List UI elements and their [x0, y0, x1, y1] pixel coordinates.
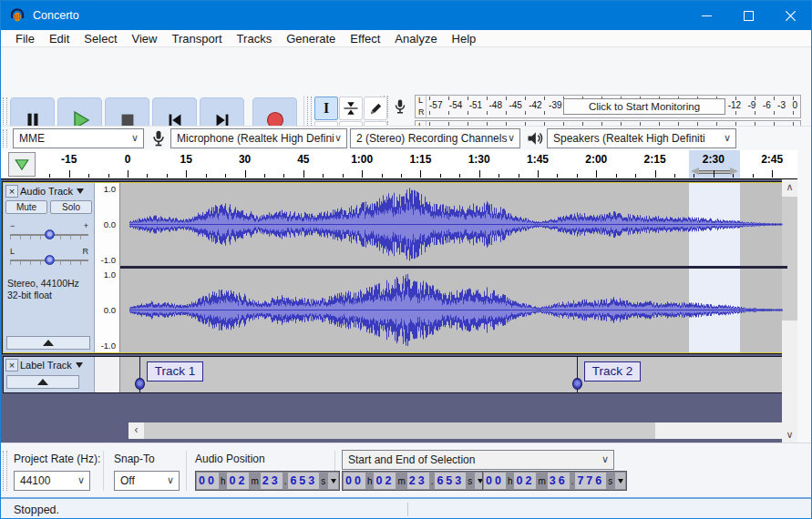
selection-range-mode-select[interactable]: Start and End of Selection	[342, 450, 614, 470]
pinned-play-head-button[interactable]	[8, 152, 36, 177]
meter-scale-number: -48	[489, 100, 502, 111]
label-text-box[interactable]: Track 1	[147, 361, 204, 382]
meter-scale-number: -42	[529, 100, 541, 111]
envelope-tool-button[interactable]	[339, 97, 363, 120]
menu-effect[interactable]: Effect	[343, 30, 387, 47]
pan-right-label: R	[83, 247, 89, 256]
label-track-title-menu[interactable]: Label Track	[20, 359, 83, 371]
monitoring-tooltip[interactable]: Click to Start Monitoring	[563, 98, 725, 115]
gain-thumb[interactable]	[45, 229, 55, 239]
label-text-box[interactable]: Track 2	[584, 361, 642, 382]
close-button[interactable]	[769, 1, 811, 30]
timeline-tick	[459, 174, 460, 178]
pan-slider[interactable]: L R	[10, 249, 88, 268]
collapse-track-button[interactable]	[6, 336, 90, 350]
mute-button[interactable]: Mute	[5, 200, 47, 214]
timeline-tick	[674, 174, 675, 178]
audio-track-name: Audio Track	[20, 185, 73, 198]
menu-file[interactable]: File	[8, 30, 42, 47]
recording-device-value: Microphone (Realtek High Defini	[177, 132, 334, 145]
timefield-dropdown-icon[interactable]	[328, 473, 338, 489]
recording-meter[interactable]: LR -57-54-51-48-45-42-39-36-33-30-27-24-…	[384, 95, 803, 119]
horizontal-scrollbar[interactable]: ‹ ›	[128, 422, 797, 439]
playback-device-select[interactable]: Speakers (Realtek High Definiti	[547, 128, 736, 148]
menu-analyze[interactable]: Analyze	[387, 30, 444, 47]
timeline-tick-label: 2:30	[703, 153, 725, 166]
selection-end-field[interactable]: 00h02m36.776s	[482, 471, 627, 491]
label-handle-icon[interactable]	[135, 378, 145, 390]
label-track-content[interactable]: Track 1Track 2	[120, 357, 787, 392]
label-track: × Label Track Track 1Track 2	[3, 356, 788, 393]
menu-help[interactable]: Help	[445, 30, 484, 47]
timeline-tick-label: 1:15	[409, 153, 431, 166]
timeline-tick-label: 2:15	[644, 153, 666, 166]
audio-position-label: Audio Position	[195, 453, 265, 465]
timefield-dropdown-icon[interactable]	[615, 473, 625, 489]
timeline-tick	[303, 170, 304, 178]
meter-scale-number: -12	[728, 100, 741, 111]
project-rate-value: 44100	[20, 474, 50, 487]
audio-host-select[interactable]: MME	[13, 128, 144, 148]
audio-track-title-menu[interactable]: Audio Track	[20, 185, 84, 198]
timeline-tick	[167, 174, 168, 178]
menu-edit[interactable]: Edit	[42, 30, 77, 47]
device-toolbar: MME Microphone (Realtek High Defini 2 (S…	[1, 126, 811, 150]
recording-channels-select[interactable]: 2 (Stereo) Recording Channels	[350, 128, 520, 148]
horizontal-scrollbar-thumb[interactable]	[144, 422, 655, 439]
timeline-tick	[420, 170, 421, 178]
meter-r-label: R	[418, 108, 426, 117]
scroll-left-icon[interactable]: ‹	[128, 422, 144, 439]
project-rate-select[interactable]: 44100	[14, 471, 90, 491]
audio-position-field[interactable]: 00h02m23.653s	[195, 471, 340, 491]
timeline-ruler[interactable]: -1501530451:001:151:301:452:002:152:302:…	[1, 150, 797, 178]
timeline-tick	[655, 170, 656, 178]
timeline-tick	[206, 174, 207, 178]
menu-view[interactable]: View	[125, 30, 165, 47]
titlebar[interactable]: Concerto	[1, 1, 811, 30]
selection-toolbar-grip[interactable]	[3, 451, 7, 491]
solo-button[interactable]: Solo	[50, 200, 92, 214]
recording-meter-button[interactable]	[389, 96, 411, 117]
menu-tracks[interactable]: Tracks	[230, 30, 280, 47]
timeline-tick	[382, 174, 383, 178]
timeline-tick	[49, 174, 50, 178]
waveform-channel-left[interactable]	[120, 183, 787, 266]
meter-scale-number: -3	[777, 100, 786, 111]
audacity-window: Concerto File Edit Select View Transport…	[0, 0, 812, 519]
envelope-tool-icon	[343, 100, 359, 117]
waveform-channel-right[interactable]	[120, 269, 787, 351]
timeline-tick	[519, 174, 519, 178]
toolbar-zone: I ↔ LR -57-54-51-48-45-42-39-36-33-30-27…	[1, 47, 811, 126]
menu-select[interactable]: Select	[77, 30, 124, 47]
selection-tool-button[interactable]: I	[314, 97, 338, 120]
timeline-tick	[108, 174, 109, 178]
selection-start-field[interactable]: 00h02m23.653s	[342, 471, 487, 491]
close-track-button[interactable]: ×	[5, 185, 18, 198]
timeline-ruler-bar: -1501530451:001:151:301:452:002:152:302:…	[1, 150, 797, 179]
collapse-track-button[interactable]	[6, 375, 79, 389]
menu-transport[interactable]: Transport	[164, 30, 229, 47]
project-rate-label: Project Rate (Hz):	[14, 453, 100, 465]
pan-thumb[interactable]	[45, 255, 55, 265]
timeline-tick	[635, 174, 636, 178]
timeline-tick	[772, 170, 773, 178]
vruler-label: -1.0	[101, 341, 116, 351]
status-text: Stopped.	[14, 504, 59, 516]
meter-l-label: L	[418, 97, 426, 105]
device-toolbar-grip[interactable]	[3, 129, 7, 148]
timeline-tick	[69, 170, 70, 178]
minimize-button[interactable]	[685, 1, 727, 30]
scroll-down-icon[interactable]: ∨	[782, 427, 797, 443]
menu-generate[interactable]: Generate	[279, 30, 343, 47]
maximize-button[interactable]	[727, 1, 769, 30]
timeline-tick-label: 15	[180, 153, 192, 166]
status-bar: Stopped.	[1, 497, 811, 519]
gain-slider[interactable]: − +	[10, 224, 88, 242]
snap-to-select[interactable]: Off	[114, 471, 180, 491]
meter-scale-number: -57	[429, 100, 442, 111]
recording-device-select[interactable]: Microphone (Realtek High Defini	[170, 128, 347, 148]
vruler-label: 0.0	[104, 305, 116, 315]
close-track-button[interactable]: ×	[5, 359, 18, 371]
label-handle-icon[interactable]	[572, 378, 582, 390]
vertical-ruler[interactable]: 1.0 0.0 -1.0 1.0 0.0 -1.0	[95, 183, 120, 352]
